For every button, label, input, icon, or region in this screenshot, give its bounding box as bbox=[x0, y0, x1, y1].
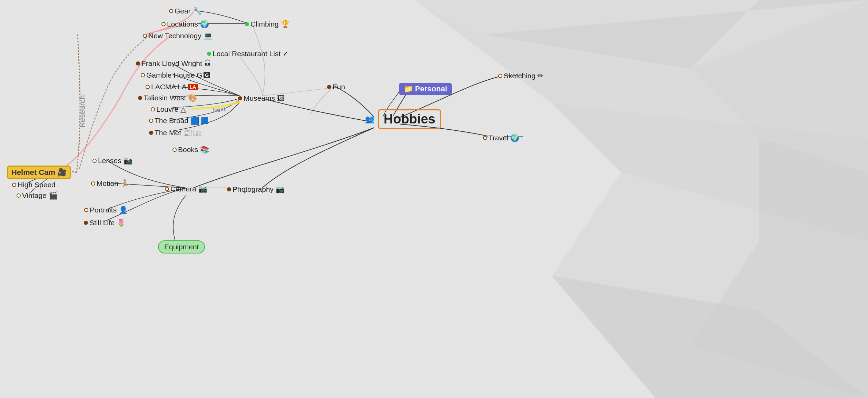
still-life-node[interactable]: Still Life 🌷 bbox=[84, 219, 126, 227]
taliesin-west-label: Taliesin West 🎨 bbox=[144, 94, 197, 102]
taliesin-west-dot bbox=[138, 96, 142, 100]
camera-node[interactable]: Camera 📷 bbox=[165, 185, 207, 193]
gamble-house-label: Gamble House G bbox=[146, 71, 202, 79]
frank-lloyd-wright-label: Frank Lloyd Wright 🏛 bbox=[141, 59, 211, 68]
museums-label: Museums 🖼 bbox=[244, 94, 284, 102]
lacma-dot bbox=[146, 85, 150, 89]
motion-node[interactable]: Motion 🏃 bbox=[91, 179, 129, 188]
motion-label: Motion 🏃 bbox=[97, 179, 129, 188]
taliesin-west-node[interactable]: Taliesin West 🎨 bbox=[138, 94, 197, 102]
equipment-node[interactable]: Equipment bbox=[158, 240, 205, 253]
next-path-label: Next bbox=[212, 106, 226, 115]
portraits-dot bbox=[84, 208, 88, 212]
gamble-house-icon: G bbox=[204, 72, 210, 78]
still-life-label: Still Life 🌷 bbox=[89, 219, 126, 227]
gamble-house-node[interactable]: Gamble House G G bbox=[141, 71, 210, 79]
photography-node[interactable]: Photography 📷 bbox=[227, 185, 285, 193]
equipment-label: Equipment bbox=[158, 240, 205, 253]
gamble-house-dot bbox=[141, 73, 145, 77]
lacma-icon: LA bbox=[188, 84, 198, 90]
locations-dot bbox=[161, 22, 166, 26]
lenses-dot bbox=[92, 159, 97, 163]
still-life-dot bbox=[84, 221, 88, 225]
research-label: Research bbox=[78, 95, 87, 128]
the-broad-dot bbox=[149, 119, 153, 123]
climbing-node[interactable]: Climbing 🏆 bbox=[245, 20, 290, 28]
new-technology-dot bbox=[143, 34, 147, 38]
locations-node[interactable]: Locations 🌍 bbox=[161, 20, 209, 28]
high-speed-dot bbox=[12, 183, 16, 187]
personal-label: 📁 Personal bbox=[399, 83, 452, 95]
lacma-node[interactable]: LACMA LA LA bbox=[146, 83, 198, 91]
camera-dot bbox=[165, 187, 169, 191]
new-technology-node[interactable]: New Technology 💻 bbox=[143, 32, 213, 40]
motion-dot bbox=[91, 181, 95, 186]
the-broad-label: The Broad 🟦 bbox=[155, 117, 199, 125]
locations-label: Locations 🌍 bbox=[167, 20, 209, 28]
lacma-label: LACMA LA bbox=[151, 83, 187, 91]
portraits-node[interactable]: Portraits 👤 bbox=[84, 206, 128, 214]
gear-dot bbox=[169, 9, 173, 13]
vintage-dot bbox=[17, 193, 21, 198]
hobbies-label: Hobbies bbox=[378, 109, 441, 129]
climbing-dot bbox=[245, 22, 249, 26]
frank-lloyd-wright-node[interactable]: Frank Lloyd Wright 🏛 bbox=[136, 59, 211, 68]
lenses-label: Lenses 📷 bbox=[98, 157, 132, 165]
travel-dot bbox=[483, 136, 487, 140]
the-met-node[interactable]: The Met 📰 📰 bbox=[149, 129, 202, 137]
louvre-dot bbox=[151, 107, 155, 111]
high-speed-label: High Speed bbox=[18, 181, 56, 189]
portraits-label: Portraits 👤 bbox=[90, 206, 128, 214]
high-speed-node[interactable]: High Speed bbox=[12, 181, 56, 189]
photography-label: Photography 📷 bbox=[233, 185, 285, 193]
the-met-label: The Met 📰 bbox=[155, 129, 192, 137]
louvre-label: Louvre △ bbox=[156, 105, 186, 113]
research-node[interactable]: Research bbox=[78, 95, 87, 128]
the-met-dot bbox=[149, 131, 153, 135]
sketching-dot bbox=[498, 74, 502, 78]
local-restaurant-dot bbox=[207, 52, 211, 56]
vintage-label: Vintage 🎬 bbox=[22, 191, 58, 200]
gear-label: Gear 🔧 bbox=[175, 7, 202, 15]
fun-label: Fun bbox=[333, 83, 345, 91]
museums-dot bbox=[238, 96, 242, 100]
local-restaurant-list-node[interactable]: Local Restaurant List ✓ bbox=[207, 50, 289, 58]
new-technology-label: New Technology 💻 bbox=[148, 32, 213, 40]
the-broad-icon: 🟦 bbox=[201, 117, 208, 125]
gear-node[interactable]: Gear 🔧 bbox=[169, 7, 202, 15]
sketching-node[interactable]: Sketching ✏ bbox=[498, 72, 544, 80]
museums-node[interactable]: Museums 🖼 bbox=[238, 94, 284, 102]
books-node[interactable]: Books 📚 bbox=[172, 146, 209, 154]
travel-label: Travel 🌍 bbox=[489, 134, 519, 142]
fun-node[interactable]: Fun bbox=[327, 83, 345, 91]
photography-dot bbox=[227, 187, 231, 191]
the-met-icon: 📰 bbox=[194, 130, 202, 136]
frank-lloyd-wright-dot bbox=[136, 61, 140, 66]
books-dot bbox=[172, 148, 177, 152]
helmet-cam-node[interactable]: Helmet Cam 🎥 bbox=[7, 166, 71, 179]
lenses-node[interactable]: Lenses 📷 bbox=[92, 157, 132, 165]
sketching-label: Sketching ✏ bbox=[504, 72, 544, 80]
travel-node[interactable]: Travel 🌍 bbox=[483, 134, 519, 142]
louvre-node[interactable]: Louvre △ bbox=[151, 105, 186, 113]
the-broad-node[interactable]: The Broad 🟦 🟦 bbox=[149, 117, 208, 125]
camera-label: Camera 📷 bbox=[170, 185, 207, 193]
helmet-cam-label: Helmet Cam 🎥 bbox=[7, 166, 71, 179]
books-label: Books 📚 bbox=[178, 146, 209, 154]
vintage-node[interactable]: Vintage 🎬 bbox=[17, 191, 58, 200]
personal-node[interactable]: 📁 Personal bbox=[399, 83, 452, 95]
climbing-label: Climbing 🏆 bbox=[250, 20, 290, 28]
local-restaurant-label: Local Restaurant List ✓ bbox=[213, 50, 289, 58]
hobbies-node[interactable]: 👥 Hobbies bbox=[365, 109, 441, 129]
fun-dot bbox=[327, 85, 331, 89]
